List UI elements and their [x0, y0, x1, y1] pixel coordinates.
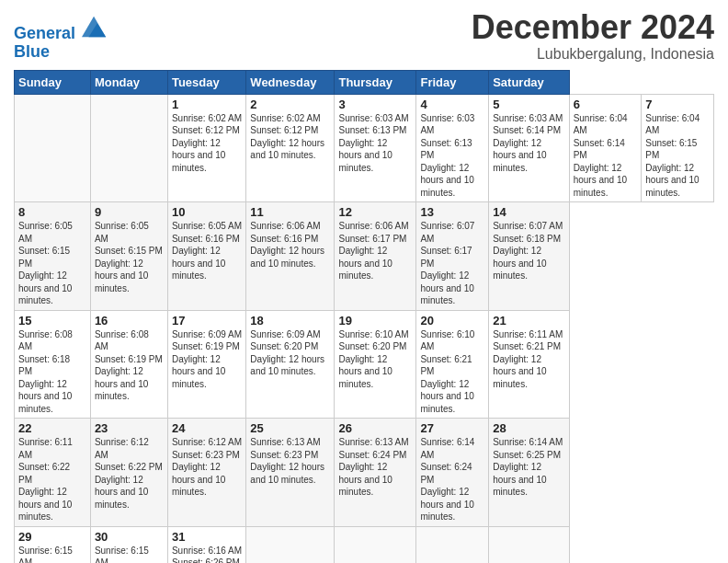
- calendar-cell: 30Sunrise: 6:15 AM Sunset: 6:26 PM Dayli…: [90, 526, 167, 563]
- day-number: 24: [172, 421, 242, 435]
- day-number: 22: [18, 421, 86, 435]
- day-number: 19: [338, 314, 412, 327]
- calendar-cell: [15, 94, 91, 202]
- col-saturday: Saturday: [489, 70, 569, 94]
- day-number: 1: [172, 98, 242, 111]
- calendar-cell: 17Sunrise: 6:09 AM Sunset: 6:19 PM Dayli…: [167, 310, 245, 419]
- day-number: 7: [645, 98, 710, 111]
- day-number: 29: [18, 530, 86, 544]
- col-thursday: Thursday: [335, 70, 416, 94]
- calendar-cell: 10Sunrise: 6:05 AM Sunset: 6:16 PM Dayli…: [167, 202, 245, 311]
- day-number: 5: [493, 98, 564, 111]
- day-info: Sunrise: 6:10 AM Sunset: 6:21 PM Dayligh…: [420, 328, 484, 416]
- day-number: 8: [18, 205, 86, 219]
- day-number: 17: [172, 314, 242, 327]
- location-title: Lubukbergalung, Indonesia: [472, 46, 714, 63]
- day-info: Sunrise: 6:15 AM Sunset: 6:25 PM Dayligh…: [18, 545, 86, 563]
- day-number: 31: [172, 530, 242, 544]
- calendar-cell: 9Sunrise: 6:05 AM Sunset: 6:15 PM Daylig…: [90, 202, 167, 311]
- logo: General Blue: [14, 13, 108, 62]
- day-number: 4: [420, 98, 484, 111]
- page-container: General Blue December 2024 Lubukbergalun…: [0, 0, 728, 563]
- calendar-cell: 4Sunrise: 6:03 AM Sunset: 6:13 PM Daylig…: [416, 94, 489, 202]
- calendar-cell: 20Sunrise: 6:10 AM Sunset: 6:21 PM Dayli…: [416, 310, 489, 419]
- day-info: Sunrise: 6:04 AM Sunset: 6:14 PM Dayligh…: [574, 112, 638, 200]
- day-info: Sunrise: 6:12 AM Sunset: 6:22 PM Dayligh…: [95, 436, 164, 511]
- day-info: Sunrise: 6:13 AM Sunset: 6:24 PM Dayligh…: [338, 436, 412, 499]
- day-info: Sunrise: 6:09 AM Sunset: 6:19 PM Dayligh…: [172, 328, 242, 391]
- day-info: Sunrise: 6:07 AM Sunset: 6:17 PM Dayligh…: [420, 220, 484, 307]
- day-number: 18: [250, 314, 330, 327]
- day-info: Sunrise: 6:11 AM Sunset: 6:22 PM Dayligh…: [18, 436, 86, 523]
- day-number: 28: [493, 421, 564, 435]
- calendar-cell: 7Sunrise: 6:04 AM Sunset: 6:15 PM Daylig…: [642, 94, 714, 202]
- calendar-cell: 31Sunrise: 6:16 AM Sunset: 6:26 PM Dayli…: [167, 526, 245, 563]
- day-info: Sunrise: 6:14 AM Sunset: 6:24 PM Dayligh…: [420, 436, 484, 523]
- day-info: Sunrise: 6:11 AM Sunset: 6:21 PM Dayligh…: [493, 328, 564, 391]
- calendar-cell: [90, 94, 167, 202]
- calendar-cell: 5Sunrise: 6:03 AM Sunset: 6:14 PM Daylig…: [489, 94, 569, 202]
- col-friday: Friday: [416, 70, 489, 94]
- day-number: 26: [338, 421, 412, 435]
- calendar-week-3: 15Sunrise: 6:08 AM Sunset: 6:18 PM Dayli…: [15, 310, 714, 419]
- logo-general: General: [14, 24, 75, 42]
- logo-icon: [82, 13, 108, 39]
- calendar-cell: 25Sunrise: 6:13 AM Sunset: 6:23 PM Dayli…: [246, 419, 335, 527]
- day-number: 6: [574, 98, 638, 111]
- day-info: Sunrise: 6:03 AM Sunset: 6:13 PM Dayligh…: [420, 112, 484, 200]
- day-info: Sunrise: 6:08 AM Sunset: 6:19 PM Dayligh…: [95, 328, 164, 403]
- day-number: 3: [338, 98, 412, 111]
- day-number: 11: [250, 205, 330, 219]
- logo-text: General: [14, 13, 108, 43]
- calendar-cell: 13Sunrise: 6:07 AM Sunset: 6:17 PM Dayli…: [416, 202, 489, 311]
- calendar-cell: 15Sunrise: 6:08 AM Sunset: 6:18 PM Dayli…: [15, 310, 91, 419]
- calendar-cell: 14Sunrise: 6:07 AM Sunset: 6:18 PM Dayli…: [489, 202, 569, 311]
- day-info: Sunrise: 6:10 AM Sunset: 6:20 PM Dayligh…: [338, 328, 412, 391]
- day-info: Sunrise: 6:14 AM Sunset: 6:25 PM Dayligh…: [493, 436, 564, 499]
- calendar-header-row: Sunday Monday Tuesday Wednesday Thursday…: [15, 70, 714, 94]
- calendar-week-4: 22Sunrise: 6:11 AM Sunset: 6:22 PM Dayli…: [15, 419, 714, 527]
- calendar-cell: 1Sunrise: 6:02 AM Sunset: 6:12 PM Daylig…: [167, 94, 245, 202]
- calendar-week-5: 29Sunrise: 6:15 AM Sunset: 6:25 PM Dayli…: [15, 526, 714, 563]
- calendar-week-2: 8Sunrise: 6:05 AM Sunset: 6:15 PM Daylig…: [15, 202, 714, 311]
- day-number: 21: [493, 314, 564, 327]
- day-info: Sunrise: 6:09 AM Sunset: 6:20 PM Dayligh…: [250, 328, 330, 378]
- calendar-cell: 21Sunrise: 6:11 AM Sunset: 6:21 PM Dayli…: [489, 310, 569, 419]
- day-number: 14: [493, 205, 564, 219]
- day-info: Sunrise: 6:08 AM Sunset: 6:18 PM Dayligh…: [18, 328, 86, 416]
- day-info: Sunrise: 6:05 AM Sunset: 6:15 PM Dayligh…: [95, 220, 164, 294]
- day-number: 16: [95, 314, 164, 327]
- day-number: 13: [420, 205, 484, 219]
- calendar-cell: 16Sunrise: 6:08 AM Sunset: 6:19 PM Dayli…: [90, 310, 167, 419]
- col-monday: Monday: [90, 70, 167, 94]
- day-info: Sunrise: 6:06 AM Sunset: 6:16 PM Dayligh…: [250, 220, 330, 270]
- calendar-cell: 29Sunrise: 6:15 AM Sunset: 6:25 PM Dayli…: [15, 526, 91, 563]
- day-number: 2: [250, 98, 330, 111]
- month-title: December 2024: [472, 9, 714, 46]
- day-number: 15: [18, 314, 86, 327]
- calendar-cell: 27Sunrise: 6:14 AM Sunset: 6:24 PM Dayli…: [416, 419, 489, 527]
- calendar: Sunday Monday Tuesday Wednesday Thursday…: [14, 70, 714, 563]
- calendar-week-1: 1Sunrise: 6:02 AM Sunset: 6:12 PM Daylig…: [15, 94, 714, 202]
- calendar-cell: 22Sunrise: 6:11 AM Sunset: 6:22 PM Dayli…: [15, 419, 91, 527]
- header: General Blue December 2024 Lubukbergalun…: [14, 9, 714, 63]
- day-number: 20: [420, 314, 484, 327]
- day-info: Sunrise: 6:02 AM Sunset: 6:12 PM Dayligh…: [250, 112, 330, 162]
- calendar-cell: 18Sunrise: 6:09 AM Sunset: 6:20 PM Dayli…: [246, 310, 335, 419]
- day-number: 23: [95, 421, 164, 435]
- title-area: December 2024 Lubukbergalung, Indonesia: [472, 9, 714, 63]
- col-wednesday: Wednesday: [246, 70, 335, 94]
- day-info: Sunrise: 6:03 AM Sunset: 6:13 PM Dayligh…: [338, 112, 412, 175]
- day-info: Sunrise: 6:13 AM Sunset: 6:23 PM Dayligh…: [250, 436, 330, 486]
- logo-blue: Blue: [14, 43, 108, 62]
- day-info: Sunrise: 6:04 AM Sunset: 6:15 PM Dayligh…: [645, 112, 710, 200]
- day-number: 30: [95, 530, 164, 544]
- calendar-cell: [246, 526, 335, 563]
- calendar-cell: 11Sunrise: 6:06 AM Sunset: 6:16 PM Dayli…: [246, 202, 335, 311]
- day-info: Sunrise: 6:03 AM Sunset: 6:14 PM Dayligh…: [493, 112, 564, 175]
- day-number: 25: [250, 421, 330, 435]
- calendar-cell: 24Sunrise: 6:12 AM Sunset: 6:23 PM Dayli…: [167, 419, 245, 527]
- day-info: Sunrise: 6:06 AM Sunset: 6:17 PM Dayligh…: [338, 220, 412, 282]
- col-tuesday: Tuesday: [167, 70, 245, 94]
- day-number: 10: [172, 205, 242, 219]
